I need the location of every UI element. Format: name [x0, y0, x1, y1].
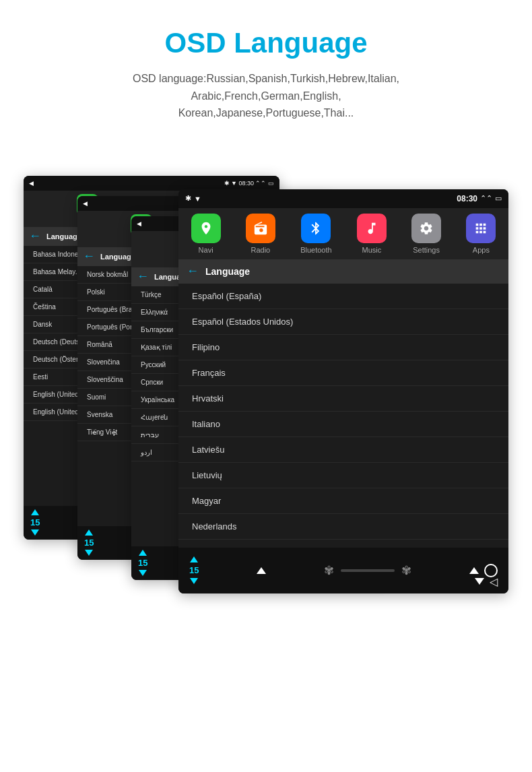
header-section: OSD Language OSD language:Russian,Spanis… [0, 0, 532, 135]
screenshots-container: ◀ ✱ ▼ 08:30 ⌃⌃ ▭ 🗺 Navi 📻 Radi... ← Lang… [24, 156, 508, 614]
nav-navi-main[interactable]: Navi [191, 214, 221, 254]
lang-title-1: Language [46, 232, 81, 240]
bluetooth-label-main: Bluetooth [300, 246, 331, 254]
lang-item-espana[interactable]: Español (España) [178, 284, 508, 309]
lang-header-main: ← Language [178, 259, 508, 284]
bottom-right-controls: ◁ [475, 575, 498, 588]
status-bar-main: ✱ ▼ 08:30 ⌃⌃ ▭ [178, 189, 508, 208]
status-left: ✱ ▼ [185, 194, 201, 203]
radio-label-main: Radio [251, 246, 271, 254]
navi-label-main: Navi [199, 246, 213, 254]
back-icon-1: ◀ [29, 180, 34, 187]
lang-item-magyar[interactable]: Magyar [178, 488, 508, 514]
music-icon-main [357, 214, 387, 243]
lang-title-main: Language [205, 266, 250, 277]
fan-left-icon: ✾ [324, 563, 334, 578]
nav-bluetooth-main[interactable]: Bluetooth [300, 214, 331, 254]
ctrl-number-main: 15 [189, 565, 199, 575]
center-controls: ✾ ✾ [324, 563, 411, 578]
back-arrow-3[interactable]: ← [137, 269, 149, 284]
ctrl-number-1: 15 [30, 517, 40, 527]
down-arrow-1[interactable] [31, 529, 39, 536]
down-arrow-main[interactable] [190, 578, 198, 584]
lang-list-main: Español (España) Español (Estados Unidos… [178, 284, 508, 548]
music-label-main: Music [362, 246, 381, 254]
bt-icon-1: ✱ ▼ 08:30 ⌃⌃ ▭ [224, 180, 274, 187]
settings-icon-main [411, 214, 441, 243]
back-icon-2: ◀ [83, 200, 88, 207]
up-arrow-3[interactable] [139, 550, 147, 556]
lang-item-hrvatski[interactable]: Hrvatski [178, 386, 508, 412]
nav-music-main[interactable]: Music [357, 214, 387, 254]
lang-item-latviesu[interactable]: Latviešu [178, 437, 508, 463]
bt-icon: ✱ [185, 194, 191, 203]
lang-item-filipino[interactable]: Filipino [178, 335, 508, 360]
up-right-btn[interactable] [469, 567, 479, 574]
lang-title-2: Language [100, 253, 135, 261]
down-right-btn[interactable] [475, 578, 484, 585]
expand-icon: ⌃⌃ [480, 194, 492, 203]
up-arrow-1[interactable] [31, 509, 39, 515]
back-arrow-2[interactable]: ← [83, 249, 95, 263]
up-arrow-2[interactable] [85, 529, 93, 536]
back-icon-3: ◀ [137, 220, 141, 227]
status-right: 08:30 ⌃⌃ ▭ [457, 194, 502, 203]
radio-icon-main [246, 214, 275, 243]
lang-item-lietuviu[interactable]: Lietuvių [178, 463, 508, 488]
back-arrow-1[interactable]: ← [29, 229, 41, 243]
status-bar-1: ◀ ✱ ▼ 08:30 ⌃⌃ ▭ [24, 176, 279, 191]
up-arrow-main[interactable] [190, 556, 198, 562]
lang-item-francais[interactable]: Français [178, 360, 508, 386]
screen-card-main: ✱ ▼ 08:30 ⌃⌃ ▭ Navi [178, 189, 508, 593]
nav-bar-main[interactable]: Navi Radio Bluetooth [178, 208, 508, 259]
ctrl-number-2: 15 [84, 538, 94, 548]
apps-icon-main [466, 214, 496, 243]
bottom-bar-main: 15 ✾ ✾ [178, 548, 508, 593]
up-btn-main[interactable] [257, 567, 266, 574]
navi-icon-main [191, 214, 221, 243]
nav-radio-main[interactable]: Radio [246, 214, 275, 254]
back-arrow-main[interactable]: ← [187, 264, 199, 278]
down-arrow-3[interactable] [139, 570, 147, 576]
lang-item-italiano[interactable]: Italiano [178, 412, 508, 437]
ctrl-number-3: 15 [138, 558, 147, 568]
status-time: 08:30 [457, 194, 477, 203]
left-controls: 15 [189, 556, 199, 584]
down-arrow-2[interactable] [85, 550, 93, 556]
nav-apps-main[interactable]: Apps [466, 214, 496, 254]
signal-icon: ▼ [194, 195, 201, 203]
battery-icon: ▭ [495, 194, 502, 203]
settings-label-main: Settings [413, 246, 440, 254]
lang-item-nederlands[interactable]: Nederlands [178, 514, 508, 540]
up-btn-main-wrap [257, 567, 266, 574]
slider-bar[interactable] [341, 569, 395, 572]
fan-right-icon: ✾ [401, 563, 411, 578]
nav-settings-main[interactable]: Settings [411, 214, 441, 254]
subtitle: OSD language:Russian,Spanish,Turkish,Heb… [13, 70, 519, 122]
apps-label-main: Apps [473, 246, 490, 254]
page-title: OSD Language [13, 27, 519, 59]
lang-item-estados[interactable]: Español (Estados Unidos) [178, 309, 508, 335]
back-triangle-btn[interactable]: ◁ [490, 575, 498, 588]
bluetooth-icon-main [301, 214, 331, 243]
